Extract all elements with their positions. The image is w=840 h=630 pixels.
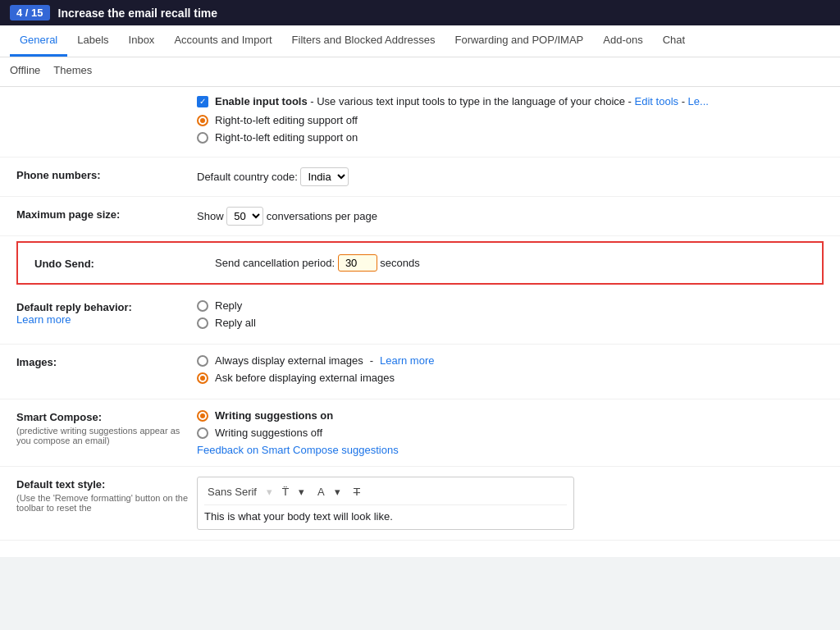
reply-label: Reply bbox=[215, 299, 242, 312]
phone-numbers-label-text: Phone numbers: bbox=[16, 169, 101, 181]
tab-inbox[interactable]: Inbox bbox=[119, 25, 165, 57]
text-style-preview: This is what your body text will look li… bbox=[204, 510, 567, 523]
country-code-select[interactable]: India bbox=[300, 167, 349, 186]
sub-tab-offline[interactable]: Offline bbox=[10, 61, 40, 80]
undo-send-label-text: Undo Send: bbox=[34, 258, 94, 270]
progress-title: Increase the email recall time bbox=[58, 7, 218, 20]
suggestions-on-label: Writing suggestions on bbox=[215, 409, 333, 422]
font-family-arrow: ▾ bbox=[263, 484, 276, 500]
reply-behavior-row: Default reply behavior: Learn more Reply… bbox=[0, 290, 840, 345]
reply-all-radio[interactable] bbox=[197, 317, 208, 329]
country-code-label: Default country code: bbox=[197, 171, 298, 183]
reply-behavior-label: Default reply behavior: Learn more bbox=[16, 299, 197, 326]
nav-container: General Labels Inbox Accounts and Import… bbox=[0, 25, 840, 57]
reply-all-label: Reply all bbox=[215, 317, 256, 329]
cancellation-period-label: Send cancellation period: bbox=[215, 257, 335, 269]
page-size-suffix: conversations per page bbox=[267, 210, 377, 222]
smart-compose-sublabel: (predictive writing suggestions appear a… bbox=[16, 426, 197, 445]
images-learn-more-link[interactable]: Learn more bbox=[380, 354, 434, 367]
sub-tab-themes[interactable]: Themes bbox=[53, 61, 92, 80]
tab-labels[interactable]: Labels bbox=[67, 25, 118, 57]
rtl-off-label: Right-to-left editing support off bbox=[215, 114, 358, 126]
smart-compose-feedback-link[interactable]: Feedback on Smart Compose suggestions bbox=[197, 444, 399, 456]
input-tools-section: Enable input tools - Use various text in… bbox=[0, 87, 840, 158]
rtl-off-row: Right-to-left editing support off bbox=[197, 114, 824, 126]
rtl-on-row: Right-to-left editing support on bbox=[197, 131, 824, 144]
reply-option-row: Reply bbox=[197, 299, 824, 312]
page-size-row: Maximum page size: Show 50 conversations… bbox=[0, 197, 840, 236]
page-size-select[interactable]: 50 bbox=[226, 207, 263, 226]
font-color-btn[interactable]: A bbox=[314, 484, 328, 500]
phone-numbers-row: Phone numbers: Default country code: Ind… bbox=[0, 158, 840, 197]
rtl-on-label: Right-to-left editing support on bbox=[215, 131, 358, 144]
rtl-on-radio[interactable] bbox=[197, 132, 208, 144]
settings-content: Enable input tools - Use various text in… bbox=[0, 87, 840, 557]
undo-send-wrapper: Undo Send: Send cancellation period: 30 … bbox=[0, 236, 840, 290]
images-value: Always display external images - Learn m… bbox=[197, 354, 824, 389]
suggestions-off-row: Writing suggestions off bbox=[197, 427, 824, 439]
images-label: Images: bbox=[16, 354, 197, 368]
ask-display-row: Ask before displaying external images bbox=[197, 372, 824, 384]
undo-send-value: Send cancellation period: 30 seconds bbox=[215, 254, 806, 272]
phone-numbers-label: Phone numbers: bbox=[16, 167, 197, 181]
suggestions-off-label: Writing suggestions off bbox=[215, 427, 322, 439]
text-style-value: Sans Serif ▾ T̈ ▾ A ▾ T̶ This is what yo… bbox=[197, 477, 824, 530]
suggestions-off-radio[interactable] bbox=[197, 427, 208, 439]
rtl-off-radio[interactable] bbox=[197, 115, 208, 126]
page-size-value: Show 50 conversations per page bbox=[197, 207, 824, 226]
always-display-label: Always display external images bbox=[215, 354, 363, 367]
edit-tools-link[interactable]: Edit tools bbox=[635, 95, 678, 107]
smart-compose-row: Smart Compose: (predictive writing sugge… bbox=[0, 399, 840, 467]
always-display-radio[interactable] bbox=[197, 355, 208, 367]
font-family-select[interactable]: Sans Serif bbox=[204, 484, 260, 500]
text-style-sublabel: (Use the 'Remove formatting' button on t… bbox=[16, 493, 197, 513]
font-size-btn[interactable]: T̈ bbox=[279, 484, 292, 500]
undo-send-row: Undo Send: Send cancellation period: 30 … bbox=[16, 241, 824, 285]
suggestions-on-row: Writing suggestions on bbox=[197, 409, 824, 422]
ask-display-radio[interactable] bbox=[197, 372, 208, 384]
progress-bar: 4 / 15 Increase the email recall time bbox=[0, 0, 840, 25]
page-size-label-text: Maximum page size: bbox=[16, 208, 120, 221]
font-size-arrow: ▾ bbox=[295, 484, 308, 500]
images-label-text: Images: bbox=[16, 356, 57, 368]
ask-display-label: Ask before displaying external images bbox=[215, 372, 395, 384]
tab-forwarding[interactable]: Forwarding and POP/IMAP bbox=[445, 25, 593, 57]
step-indicator: 4 / 15 bbox=[10, 5, 50, 21]
input-tools-desc: - Use various text input tools to type i… bbox=[308, 95, 635, 107]
reply-radio[interactable] bbox=[197, 300, 208, 312]
tab-accounts[interactable]: Accounts and Import bbox=[164, 25, 281, 57]
tab-addons[interactable]: Add-ons bbox=[593, 25, 652, 57]
enable-input-tools-label: Enable input tools - Use various text in… bbox=[215, 95, 709, 107]
tab-chat[interactable]: Chat bbox=[653, 25, 695, 57]
text-style-box: Sans Serif ▾ T̈ ▾ A ▾ T̶ This is what yo… bbox=[197, 477, 574, 530]
enable-input-tools-checkbox[interactable] bbox=[197, 96, 208, 107]
step-current: 4 bbox=[16, 7, 22, 19]
tab-filters[interactable]: Filters and Blocked Addresses bbox=[282, 25, 445, 57]
always-display-row: Always display external images - Learn m… bbox=[197, 354, 824, 367]
reply-all-option-row: Reply all bbox=[197, 317, 824, 329]
remove-format-btn[interactable]: T̶ bbox=[350, 484, 363, 500]
text-style-toolbar: Sans Serif ▾ T̈ ▾ A ▾ T̶ bbox=[204, 484, 567, 505]
learn-more-input-link[interactable]: Le... bbox=[688, 95, 709, 107]
step-total: 15 bbox=[31, 7, 43, 19]
text-style-label-text: Default text style: bbox=[16, 478, 105, 491]
reply-behavior-label-text: Default reply behavior: bbox=[16, 301, 132, 313]
reply-behavior-value: Reply Reply all bbox=[197, 299, 824, 334]
phone-numbers-value: Default country code: India bbox=[197, 167, 824, 186]
sub-nav: Offline Themes bbox=[0, 57, 840, 87]
reply-learn-more-link[interactable]: Learn more bbox=[16, 313, 71, 326]
enable-input-tools-row: Enable input tools - Use various text in… bbox=[197, 95, 824, 107]
page-size-label: Maximum page size: bbox=[16, 207, 197, 221]
images-row: Images: Always display external images -… bbox=[0, 345, 840, 399]
page-size-show: Show bbox=[197, 210, 224, 222]
text-style-label: Default text style: (Use the 'Remove for… bbox=[16, 477, 197, 513]
suggestions-on-radio[interactable] bbox=[197, 410, 208, 422]
input-tools-bold: Enable input tools bbox=[215, 95, 308, 107]
nav-tabs: General Labels Inbox Accounts and Import… bbox=[10, 25, 830, 57]
cancellation-period-input[interactable]: 30 bbox=[338, 254, 377, 272]
smart-compose-value: Writing suggestions on Writing suggestio… bbox=[197, 409, 824, 456]
cancellation-period-suffix: seconds bbox=[380, 257, 419, 269]
smart-compose-label-text: Smart Compose: bbox=[16, 411, 102, 423]
smart-compose-label: Smart Compose: (predictive writing sugge… bbox=[16, 409, 197, 445]
tab-general[interactable]: General bbox=[10, 25, 67, 57]
